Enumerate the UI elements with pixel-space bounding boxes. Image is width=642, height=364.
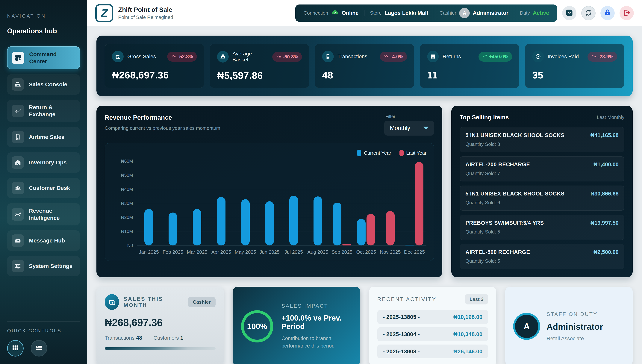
app-window: NAVIGATION Operations hub Command Center… xyxy=(0,0,642,364)
cloud-check-icon xyxy=(331,9,338,17)
bar-current-year xyxy=(193,209,201,246)
lock-button[interactable] xyxy=(600,6,615,20)
wallet-icon xyxy=(112,51,124,62)
nav-section-label: NAVIGATION xyxy=(7,13,80,19)
dashboard-content: Gross Sales -52.8% ₦268,697.36 Average B… xyxy=(87,26,642,364)
sales-this-month-card: SALES THIS MONTH Cashier ₦268,697.36 Tra… xyxy=(96,287,224,364)
card-title: RECENT ACTIVITY xyxy=(377,296,436,302)
sync-icon xyxy=(584,8,592,18)
sidebar-item-label: Revenue Intelligence xyxy=(29,207,76,221)
bar-current-year xyxy=(405,245,414,246)
staff-role: Retail Associate xyxy=(546,336,603,342)
impact-headline: +100.0% vs Prev. Period xyxy=(282,314,352,331)
x-axis-tick: Jun 2025 xyxy=(258,249,282,255)
bar-last-year xyxy=(342,244,351,246)
sidebar-item-label: Customer Desk xyxy=(29,184,70,192)
logout-button[interactable] xyxy=(620,6,634,20)
status-pill: Connection Online Store Lagos Lekki Mall… xyxy=(295,4,557,22)
sidebar-item-message-hub[interactable]: Message Hub xyxy=(7,230,80,251)
revenue-subtitle: Comparing current vs previous year sales… xyxy=(105,125,220,131)
x-axis-tick: Apr 2025 xyxy=(209,249,233,255)
logout-icon xyxy=(622,8,631,18)
warehouse-icon xyxy=(12,156,24,169)
duty-status: Duty Active xyxy=(514,10,555,16)
list-item: AIRTEL-500 RECHARGE₦2,500.00 Quantity So… xyxy=(460,244,624,269)
bar-group xyxy=(354,161,378,246)
y-axis-tick: ₦30M xyxy=(112,201,133,206)
sidebar-item-sales-console[interactable]: Sales Console xyxy=(7,74,80,95)
kpi-delta-badge: -52.8% xyxy=(167,52,197,62)
filter-dropdown[interactable]: Monthly xyxy=(384,120,434,136)
sidebar-item-inventory-ops[interactable]: Inventory Ops xyxy=(7,152,80,173)
kpi-label: Average Basket xyxy=(232,51,268,63)
x-axis-tick: Aug 2025 xyxy=(306,249,330,255)
sidebar-item-return-exchange[interactable]: Return & Exchange xyxy=(7,100,80,122)
bar-current-year xyxy=(333,202,342,246)
kpi-value: ₦268,697.36 xyxy=(112,70,197,81)
quick-grid-button[interactable] xyxy=(7,340,24,356)
quick-list-button[interactable] xyxy=(31,340,47,356)
return-arrow-icon xyxy=(12,105,24,117)
card-title: STAFF ON DUTY xyxy=(546,311,603,317)
mail-button[interactable] xyxy=(562,6,576,20)
kpi-delta-badge: +450.0% xyxy=(478,52,512,62)
cashier-status: Cashier A Administrator xyxy=(434,8,514,18)
kpi-value: 48 xyxy=(322,70,407,81)
receipt-icon xyxy=(322,51,334,62)
x-axis-tick: Jul 2025 xyxy=(282,249,306,255)
bar-group xyxy=(209,161,233,246)
kpi-value: ₦5,597.86 xyxy=(217,70,302,81)
sidebar-item-command-center[interactable]: Command Center xyxy=(7,46,80,69)
transactions-stat: Transactions 48 xyxy=(105,334,142,341)
x-axis-tick: Nov 2025 xyxy=(378,249,402,255)
cash-register-icon xyxy=(217,51,229,62)
last3-badge: Last 3 xyxy=(465,294,488,304)
divider xyxy=(7,321,80,322)
sidebar-item-label: Airtime Sales xyxy=(29,134,64,140)
bar-group xyxy=(282,161,306,246)
x-axis-tick: Mar 2025 xyxy=(185,249,209,255)
top-selling-period: Last Monthly xyxy=(597,114,624,120)
grid-icon xyxy=(12,344,19,352)
lock-icon xyxy=(604,8,612,18)
sidebar: NAVIGATION Operations hub Command Center… xyxy=(0,0,87,364)
customers-icon xyxy=(12,182,24,194)
bar-last-year xyxy=(415,162,424,246)
kpi-card-average-basket: Average Basket -50.8% ₦5,597.86 xyxy=(210,44,309,88)
sales-amount: ₦268,697.36 xyxy=(105,317,216,328)
x-axis-tick: Sep 2025 xyxy=(330,249,354,255)
sidebar-item-airtime-sales[interactable]: Airtime Sales xyxy=(7,127,80,147)
bar-group xyxy=(161,161,185,246)
sidebar-item-customer-desk[interactable]: Customer Desk xyxy=(7,178,80,198)
x-axis-tick: May 2025 xyxy=(233,249,258,255)
storefront-icon xyxy=(427,51,439,62)
brand: Z Zhift Point of Sale Point of Sale Reim… xyxy=(95,4,173,22)
list-item: 5 IN1 UNISEX BLACK SHOOL SOCKS₦41,165.68… xyxy=(460,127,624,152)
list-icon xyxy=(35,344,43,352)
sync-button[interactable] xyxy=(581,6,596,20)
list-item: 5 IN1 UNISEX BLACK SHOOL SOCKS₦30,866.68… xyxy=(460,186,624,211)
kpi-delta-badge: -23.9% xyxy=(588,52,617,62)
x-axis-tick: Jan 2025 xyxy=(137,249,161,255)
sales-impact-card: 100% SALES IMPACT +100.0% vs Prev. Perio… xyxy=(233,287,360,364)
trend-sparkle-icon xyxy=(12,208,24,220)
legend-item: Last Year xyxy=(400,150,426,156)
kpi-value: 11 xyxy=(427,70,512,81)
y-axis-tick: ₦10M xyxy=(112,229,133,234)
trend-up-icon xyxy=(482,54,487,60)
cashier-badge: Cashier xyxy=(188,297,215,307)
cash-register-icon xyxy=(12,78,24,91)
sidebar-item-label: Message Hub xyxy=(29,237,65,244)
grid-plus-icon xyxy=(12,52,24,64)
filter-label: Filter xyxy=(384,114,434,119)
chevron-down-icon xyxy=(423,126,428,130)
sidebar-item-revenue-intelligence[interactable]: Revenue Intelligence xyxy=(7,203,80,226)
sidebar-item-label: Inventory Ops xyxy=(29,159,67,166)
x-axis-tick: Feb 2025 xyxy=(161,249,185,255)
chart-plot: ₦0₦10M₦20M₦30M₦40M₦50M₦60M xyxy=(137,161,426,246)
kpi-value: 35 xyxy=(532,70,617,81)
sidebar-item-system-settings[interactable]: System Settings xyxy=(7,256,80,276)
legend-swatch xyxy=(400,150,404,156)
kpi-label: Returns xyxy=(442,54,461,60)
sidebar-item-label: Sales Console xyxy=(29,81,67,88)
